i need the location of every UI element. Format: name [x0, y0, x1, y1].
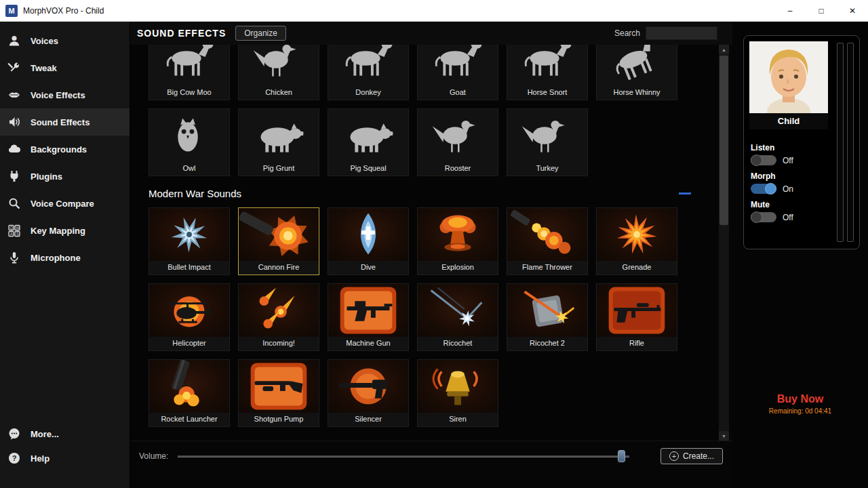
level-meter-left	[837, 43, 844, 242]
sound-tile-shotgun-pump[interactable]: Shotgun Pump	[238, 359, 319, 427]
toggle-state-mute: Off	[783, 213, 793, 222]
sound-tile-siren[interactable]: Siren	[417, 359, 498, 427]
sidebar-item-key-mapping[interactable]: QWASKey Mapping	[0, 217, 130, 244]
help-icon: ?	[7, 451, 22, 466]
sound-tile-turkey[interactable]: Turkey	[507, 108, 588, 176]
section-collapse-dash[interactable]	[679, 192, 691, 195]
toggle-knob	[751, 155, 762, 166]
sound-tile-grenade[interactable]: Grenade	[596, 207, 677, 275]
sound-tile-chicken[interactable]: Chicken	[238, 45, 319, 100]
rifle-icon	[597, 284, 677, 337]
sidebar-item-plugins[interactable]: Plugins	[0, 163, 130, 190]
svg-text:A: A	[10, 232, 13, 236]
cannon-fire-icon	[239, 208, 319, 261]
sound-tile-owl[interactable]: Owl	[149, 108, 230, 176]
voice-panel: Child ListenOffMorphOnMuteOff Buy Now Re…	[732, 22, 868, 488]
sound-tile-helicopter[interactable]: Helicopter	[149, 283, 230, 351]
shotgun-icon	[239, 360, 319, 413]
scrollbar-thumb[interactable]	[719, 56, 728, 225]
owl-icon	[149, 109, 229, 162]
sidebar-item-voice-effects[interactable]: Voice Effects	[0, 81, 130, 108]
sound-tile-big-cow-moo[interactable]: Big Cow Moo	[149, 45, 230, 100]
bullet-impact-icon	[149, 208, 229, 261]
sidebar-item-more[interactable]: More...	[0, 422, 130, 446]
scroll-down-button[interactable]: ▼	[719, 431, 729, 441]
sound-tile-incoming[interactable]: Incoming!	[238, 283, 319, 351]
sidebar-item-help[interactable]: ?Help	[0, 446, 130, 470]
dive-icon	[328, 208, 408, 261]
sidebar-item-backgrounds[interactable]: Backgrounds	[0, 136, 130, 163]
sound-tile-pig-squeal[interactable]: Pig Squeal	[328, 108, 409, 176]
level-meter-right	[847, 43, 854, 242]
sound-tile-explosion[interactable]: Explosion	[417, 207, 498, 275]
backgrounds-icon	[7, 142, 22, 157]
sound-tile-donkey[interactable]: Donkey	[328, 45, 409, 100]
sound-tile-bullet-impact[interactable]: Bullet Impact	[149, 207, 230, 275]
horse-rear-icon	[597, 45, 677, 86]
sound-section-modern-war-sounds: Modern War SoundsBullet ImpactCannon Fir…	[149, 183, 719, 427]
content-header: SOUND EFFECTS Organize Search	[130, 22, 732, 45]
sound-tile-label: Rooster	[418, 162, 498, 176]
sound-tile-label: Pig Squeal	[328, 162, 408, 176]
sound-tile-label: Bullet Impact	[149, 261, 229, 274]
sound-tile-label: Helicopter	[149, 337, 229, 350]
listen-toggle[interactable]	[751, 155, 776, 165]
sound-tile-label: Grenade	[597, 261, 677, 274]
buy-now-link[interactable]: Buy Now	[732, 393, 868, 405]
titlebar: M MorphVOX Pro - Child – □ ✕	[0, 0, 868, 22]
child-face-icon	[749, 41, 828, 113]
current-voice-box: Child ListenOffMorphOnMuteOff	[743, 35, 860, 249]
sound-tile-label: Donkey	[328, 86, 408, 100]
sidebar-item-microphone[interactable]: Microphone	[0, 244, 130, 271]
toggle-block-listen: ListenOff	[751, 143, 833, 165]
child-avatar-image	[749, 41, 828, 113]
sound-tile-goat[interactable]: Goat	[417, 45, 498, 100]
sidebar-item-label: Voice Compare	[31, 199, 94, 209]
search-input[interactable]	[646, 26, 717, 40]
sidebar-item-label: Microphone	[31, 253, 81, 263]
sidebar-main-items: VoicesTweakVoice EffectsSound EffectsBac…	[0, 27, 130, 271]
sound-tile-flame-thrower[interactable]: Flame Thrower	[507, 207, 588, 275]
close-button[interactable]: ✕	[837, 0, 868, 22]
sound-tile-label: Turkey	[507, 162, 587, 176]
sound-tile-label: Ricochet 2	[507, 337, 587, 350]
sound-tile-horse-whinny[interactable]: Horse Whinny	[596, 45, 677, 100]
sound-tile-label: Pig Grunt	[239, 162, 319, 176]
sound-tile-machine-gun[interactable]: Machine Gun	[328, 283, 409, 351]
toggle-block-mute: MuteOff	[751, 200, 833, 222]
more-icon	[7, 426, 22, 441]
sidebar-item-tweak[interactable]: Tweak	[0, 54, 130, 81]
current-voice-name: Child	[749, 113, 828, 129]
sidebar-item-label: Key Mapping	[31, 226, 85, 236]
volume-thumb[interactable]	[618, 450, 625, 462]
explosion-icon	[418, 208, 498, 261]
sound-tile-rooster[interactable]: Rooster	[417, 108, 498, 176]
volume-slider[interactable]	[178, 450, 629, 462]
organize-button[interactable]: Organize	[235, 26, 286, 41]
sound-tile-ricochet[interactable]: Ricochet	[417, 283, 498, 351]
pig-icon	[328, 109, 408, 162]
sound-tile-cannon-fire[interactable]: Cannon Fire	[238, 207, 319, 275]
sound-tile-horse-snort[interactable]: Horse Snort	[507, 45, 588, 100]
morph-toggle[interactable]	[751, 184, 776, 194]
sound-tile-ricochet-2[interactable]: Ricochet 2	[507, 283, 588, 351]
scroll-up-button[interactable]: ▲	[719, 45, 729, 54]
buy-now-block[interactable]: Buy Now Remaining: 0d 04:41	[732, 393, 868, 415]
sound-tile-label: Explosion	[418, 261, 498, 274]
sound-tile-dive[interactable]: Dive	[328, 207, 409, 275]
maximize-button[interactable]: □	[806, 0, 837, 22]
sidebar-item-sound-effects[interactable]: Sound Effects	[0, 108, 130, 136]
sound-tile-label: Shotgun Pump	[239, 413, 319, 426]
sidebar-item-voices[interactable]: Voices	[0, 27, 130, 54]
sidebar-item-voice-compare[interactable]: Voice Compare	[0, 190, 130, 217]
sound-tile-silencer[interactable]: Silencer	[328, 359, 409, 427]
minimize-button[interactable]: –	[774, 0, 806, 22]
sound-tile-rocket-launcher[interactable]: Rocket Launcher	[149, 359, 230, 427]
create-button[interactable]: + Create...	[660, 448, 723, 464]
mute-toggle[interactable]	[751, 212, 776, 222]
voice-avatar-card: Child	[749, 41, 828, 129]
sound-tile-rifle[interactable]: Rifle	[596, 283, 677, 351]
vertical-scrollbar[interactable]: ▲ ▼	[719, 45, 729, 441]
search-area: Search	[614, 26, 717, 40]
sound-tile-pig-grunt[interactable]: Pig Grunt	[238, 108, 319, 176]
